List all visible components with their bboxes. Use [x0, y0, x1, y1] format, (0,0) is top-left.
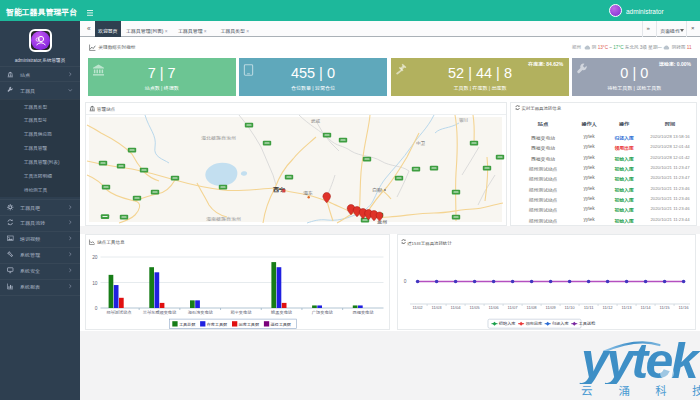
svg-text:海南藏族自治州: 海南藏族自治州 [206, 215, 241, 222]
svg-text:11/12: 11/12 [602, 305, 613, 310]
svg-text:11/09: 11/09 [545, 305, 556, 310]
svg-text:11/16: 11/16 [678, 305, 689, 310]
svg-text:11/08: 11/08 [526, 305, 537, 310]
svg-text:涌: 涌 [619, 382, 631, 398]
svg-text:海石湾变电站: 海石湾变电站 [187, 309, 213, 315]
svg-text:工具总数: 工具总数 [178, 321, 195, 327]
svg-text:和平变电站: 和平变电站 [230, 309, 252, 315]
svg-text:10: 10 [92, 281, 98, 286]
svg-text:云: 云 [581, 382, 593, 398]
svg-text:科: 科 [656, 382, 668, 398]
svg-text:11/07: 11/07 [507, 305, 518, 310]
svg-text:银川: 银川 [459, 117, 468, 123]
svg-text:西福变电站: 西福变电站 [352, 309, 374, 315]
svg-text:郑州测试站点: 郑州测试站点 [106, 309, 131, 315]
svg-text:技: 技 [692, 382, 700, 398]
svg-text:初始入库: 初始入库 [499, 320, 516, 326]
svg-text:11/06: 11/06 [488, 305, 499, 310]
svg-text:送检工具数: 送检工具数 [270, 321, 291, 327]
svg-text:归还入库: 归还入库 [552, 320, 569, 326]
svg-text:yytek: yytek [578, 333, 700, 389]
svg-text:11/13: 11/13 [621, 305, 632, 310]
svg-text:广场变电站: 广场变电站 [311, 309, 333, 315]
svg-text:姚孟变电站: 姚孟变电站 [271, 309, 293, 315]
svg-text:11/15: 11/15 [659, 305, 670, 310]
svg-text:在库工具数: 在库工具数 [206, 321, 227, 327]
svg-text:海北藏族自治州: 海北藏族自治州 [201, 134, 236, 141]
svg-text:白银: 白银 [372, 186, 382, 193]
svg-text:11/02: 11/02 [412, 305, 423, 310]
svg-text:11/03: 11/03 [431, 305, 442, 310]
svg-text:11/14: 11/14 [640, 305, 651, 310]
svg-text:11/04: 11/04 [450, 305, 461, 310]
svg-text:出库工具数: 出库工具数 [238, 321, 259, 327]
svg-text:11/11: 11/11 [583, 305, 594, 310]
svg-text:中卫: 中卫 [416, 140, 426, 146]
svg-text:领用出库: 领用出库 [525, 320, 542, 326]
svg-text:20: 20 [92, 255, 98, 260]
svg-text:工具送检: 工具送检 [578, 320, 596, 326]
svg-text:0: 0 [404, 279, 407, 284]
svg-text:0: 0 [94, 306, 97, 311]
svg-text:11/05: 11/05 [469, 305, 480, 310]
svg-text:兰州东威顺变电站: 兰州东威顺变电站 [142, 309, 176, 315]
svg-text:海东: 海东 [303, 189, 313, 196]
svg-text:11/10: 11/10 [564, 305, 575, 310]
svg-text:武威: 武威 [311, 118, 321, 124]
